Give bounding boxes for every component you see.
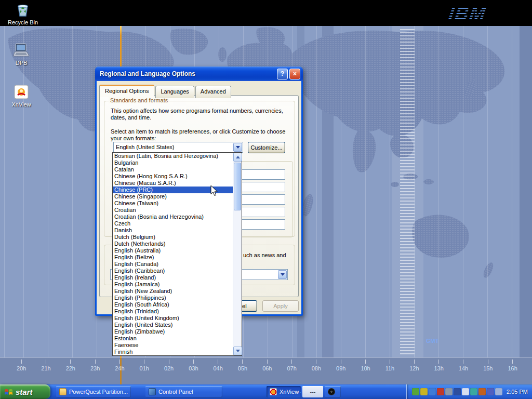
locale-list-item[interactable]: English (Zimbabwe) — [113, 328, 233, 335]
tray-icon-6[interactable] — [454, 388, 461, 395]
hour-label: 12h — [409, 360, 419, 384]
desktop-icon-dpb[interactable]: DPB — [4, 43, 38, 66]
tray-icon-8[interactable] — [470, 388, 477, 395]
help-button[interactable]: ? — [277, 69, 288, 79]
tab[interactable]: Advanced — [195, 86, 231, 98]
tray-icon-11[interactable] — [495, 388, 502, 395]
locale-list-item[interactable]: English (Trinidad) — [113, 308, 233, 315]
locale-list-item[interactable]: Estonian — [113, 335, 233, 342]
task-label: --- — [310, 389, 316, 395]
tray-icon-1[interactable] — [412, 388, 419, 395]
scroll-down-icon[interactable] — [233, 347, 242, 355]
locale-list-item[interactable]: English (Caribbean) — [113, 268, 233, 274]
hour-label: 02h — [164, 360, 174, 384]
locale-list-item[interactable]: Bosnian (Latin, Bosnia and Herzegovina) — [113, 153, 233, 159]
desktop-icon-label: XnView — [4, 101, 38, 108]
tray-icon-10[interactable] — [487, 388, 494, 395]
hour-label: 13h — [434, 360, 444, 384]
hour-label: 20h — [17, 360, 26, 384]
locale-list-item[interactable]: Croatian — [113, 207, 233, 214]
locale-list-item[interactable]: English (Australia) — [113, 247, 233, 254]
tray-icon-2[interactable] — [420, 388, 428, 395]
locale-list-item[interactable]: Dutch (Belgium) — [113, 234, 233, 241]
tray-icon-5[interactable] — [445, 388, 453, 395]
locale-list-item[interactable]: English (New Zealand) — [113, 288, 233, 295]
close-button[interactable]: × — [289, 69, 300, 79]
hour-label: 21h — [41, 360, 50, 384]
tab[interactable]: Languages — [155, 86, 194, 98]
standards-description: This option affects how some programs fo… — [111, 108, 294, 121]
locale-list-item[interactable]: English (South Africa) — [113, 301, 233, 308]
tray-icon-9[interactable] — [478, 388, 486, 395]
locale-list-item[interactable]: Czech — [113, 220, 233, 227]
taskbar: start PowerQuest Partition... Control Pa… — [0, 384, 532, 399]
hour-label: 01h — [140, 360, 149, 384]
xnview-app-icon — [14, 84, 29, 100]
locale-list-item[interactable]: Catalan — [113, 166, 233, 173]
desktop-icon-label: DPB — [4, 60, 38, 66]
hatched-band — [400, 29, 415, 356]
locale-list-item[interactable]: Faeroese — [113, 342, 233, 349]
locale-list-item[interactable]: Danish — [113, 227, 233, 234]
desktop: GMT 20h21h22h23h24h01h02h03h04h05h06h07h… — [0, 0, 532, 399]
task-app-icon — [270, 388, 277, 395]
start-button[interactable]: start — [0, 384, 50, 399]
standards-instruction: Select an item to match its preferences,… — [111, 128, 298, 142]
locale-list-items: Bosnian (Latin, Bosnia and Herzegovina)B… — [113, 153, 233, 355]
hour-label: 07h — [287, 360, 296, 384]
format-combobox[interactable]: English (United States) — [113, 142, 243, 153]
hour-label: 08h — [312, 360, 321, 384]
hour-label: 15h — [483, 360, 493, 384]
task-app-icon — [328, 388, 335, 395]
task-app-icon — [149, 388, 156, 395]
locale-list-item[interactable]: English (Canada) — [113, 261, 233, 268]
tray-icon-4[interactable] — [437, 388, 444, 395]
locale-list-item[interactable]: Finnish — [113, 349, 233, 355]
scroll-up-icon[interactable] — [233, 153, 242, 162]
hour-label: 16h — [508, 360, 517, 384]
locale-list-item[interactable]: Chinese (Taiwan) — [113, 200, 233, 207]
locale-list-item[interactable]: English (Ireland) — [113, 274, 233, 281]
tray-icon-3[interactable] — [429, 388, 436, 395]
chevron-down-icon[interactable] — [233, 143, 242, 152]
scrollbar-thumb[interactable] — [234, 163, 241, 210]
desktop-icon-xnview[interactable]: XnView — [4, 84, 38, 108]
system-tray: 2:05 PM — [406, 384, 532, 399]
windows-flag-icon — [4, 388, 13, 396]
locale-list-item[interactable]: Chinese (Singapore) — [113, 193, 233, 200]
locale-list-item[interactable]: English (Belize) — [113, 254, 233, 261]
task-powerquest[interactable]: PowerQuest Partition... — [56, 386, 131, 397]
hour-label: 11h — [385, 360, 395, 384]
tray-icon-7[interactable] — [462, 388, 469, 395]
apply-button[interactable]: Apply — [262, 300, 299, 312]
task-untitled[interactable]: --- — [302, 386, 323, 397]
task-label: Control Panel — [158, 389, 193, 395]
hour-label: 05h — [238, 360, 247, 384]
tab-strip: Regional OptionsLanguagesAdvanced — [99, 85, 232, 97]
task-xnview[interactable]: XnView - [<Capture-... — [267, 386, 301, 397]
task-icon-only[interactable] — [325, 386, 341, 397]
locale-list-item[interactable]: Dutch (Netherlands) — [113, 241, 233, 247]
locale-list-item[interactable]: Bulgarian — [113, 159, 233, 166]
clock[interactable]: 2:05 PM — [507, 389, 528, 395]
hour-label: 03h — [189, 360, 198, 384]
list-scrollbar[interactable] — [233, 153, 242, 355]
locale-list-item[interactable]: Chinese (Hong Kong S.A.R.) — [113, 173, 233, 180]
chevron-down-icon[interactable] — [278, 270, 287, 279]
desktop-icon-recycle-bin[interactable]: Recycle Bin — [6, 2, 40, 25]
dialog-titlebar[interactable]: Regional and Language Options ? × — [95, 66, 303, 81]
locale-list-item[interactable]: Chinese (PRC) — [113, 187, 233, 193]
locale-list-item[interactable]: English (Philippines) — [113, 295, 233, 301]
locale-list-item[interactable]: English (United Kingdom) — [113, 315, 233, 322]
task-label: XnView - [<Capture-... — [280, 389, 301, 395]
locale-list-item[interactable]: English (United States) — [113, 322, 233, 328]
locale-dropdown-list: Bosnian (Latin, Bosnia and Herzegovina)B… — [112, 152, 242, 356]
locale-list-item[interactable]: Croatian (Bosnia and Herzegovina) — [113, 214, 233, 220]
locale-list-item[interactable]: Chinese (Macau S.A.R.) — [113, 180, 233, 187]
customize-button[interactable]: Customize... — [248, 142, 285, 153]
tab[interactable]: Regional Options — [99, 85, 154, 97]
locale-list-item[interactable]: English (Jamaica) — [113, 281, 233, 288]
task-control-panel[interactable]: Control Panel — [145, 386, 222, 397]
start-label: start — [16, 388, 33, 396]
gmt-label: GMT — [426, 338, 438, 344]
